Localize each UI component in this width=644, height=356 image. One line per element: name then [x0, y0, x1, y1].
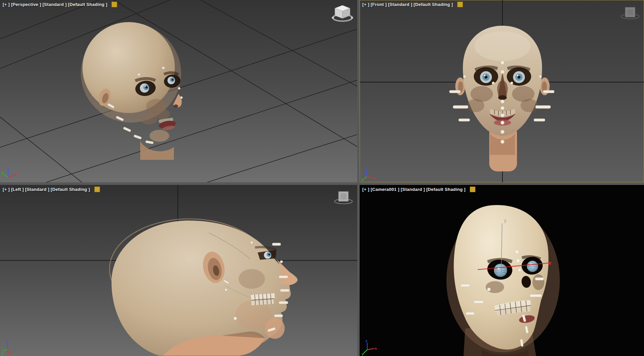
viewcube-icon[interactable]: [620, 3, 641, 22]
axis-x-label: x: [374, 176, 376, 180]
head-model[interactable]: [75, 15, 182, 160]
axis-y-label: y: [362, 177, 364, 181]
gizmo-y-label: y: [504, 218, 506, 223]
viewport-label-text[interactable]: [+ ] [Left ] [Standard ] [Default Shadin…: [3, 187, 90, 192]
head-model[interactable]: [449, 26, 554, 171]
viewport-front[interactable]: [+ ] [Front ] [Standard ] [Default Shadi…: [360, 0, 644, 182]
viewport-label[interactable]: [+ ] [Perspective ] [Standard ] [Default…: [3, 2, 117, 7]
viewport-label-swatch: [112, 2, 117, 7]
head-model[interactable]: [446, 205, 560, 356]
gizmo-x-label: x: [548, 260, 551, 266]
viewport-camera[interactable]: y x [+ ] [Camera001 ] [Standard ] [Defau…: [360, 185, 644, 356]
world-axis-tripod-icon: z y x: [2, 339, 19, 356]
viewport-label-text[interactable]: [+ ] [Front ] [Standard ] [Default Shadi…: [362, 2, 453, 7]
scene-camera[interactable]: y x: [360, 185, 644, 356]
world-axis-tripod-icon: z y x: [361, 165, 378, 182]
axis-y-label: y: [2, 170, 4, 174]
viewport-label-swatch: [457, 2, 463, 7]
axis-z-label: z: [366, 339, 368, 343]
viewport-label-swatch: [94, 187, 100, 192]
viewcube-icon[interactable]: [331, 3, 354, 24]
scene-left[interactable]: [0, 185, 357, 356]
head-model[interactable]: [110, 219, 298, 356]
world-axis-tripod-icon: z y x: [2, 165, 19, 182]
axis-z-label: z: [7, 166, 9, 170]
viewport-label[interactable]: [+ ] [Left ] [Standard ] [Default Shadin…: [3, 187, 100, 192]
viewport-left[interactable]: [+ ] [Left ] [Standard ] [Default Shadin…: [0, 185, 357, 356]
axis-y-label: y: [2, 351, 4, 355]
viewport-label[interactable]: [+ ] [Front ] [Standard ] [Default Shadi…: [362, 2, 463, 7]
axis-x-label: x: [15, 173, 17, 177]
viewcube-icon[interactable]: [333, 188, 354, 207]
axis-z-label: z: [6, 339, 8, 342]
world-axis-tripod-icon: z y x: [361, 339, 378, 356]
viewport-label[interactable]: [+ ] [Camera001 ] [Standard ] [Default S…: [362, 187, 475, 192]
axis-z-label: z: [365, 166, 367, 170]
axis-x-label: x: [375, 346, 377, 350]
scene-perspective[interactable]: [0, 0, 357, 182]
viewport-label-text[interactable]: [+ ] [Camera001 ] [Standard ] [Default S…: [362, 187, 466, 192]
axis-y-label: y: [362, 352, 364, 356]
viewport-perspective[interactable]: [+ ] [Perspective ] [Standard ] [Default…: [0, 0, 357, 182]
quad-viewport-layout: [+ ] [Perspective ] [Standard ] [Default…: [0, 0, 644, 356]
viewport-label-text[interactable]: [+ ] [Perspective ] [Standard ] [Default…: [3, 2, 107, 7]
scene-front[interactable]: [360, 0, 644, 182]
home-grid: [0, 0, 357, 182]
viewport-label-swatch: [470, 187, 475, 192]
axis-x-label: x: [10, 352, 13, 356]
